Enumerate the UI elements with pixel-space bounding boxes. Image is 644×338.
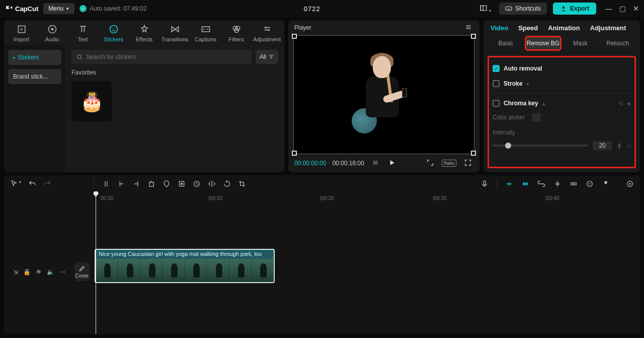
- collapse-tracks-icon[interactable]: ⇲: [13, 268, 18, 276]
- linkage-toggle[interactable]: [537, 180, 545, 188]
- record-voiceover-button[interactable]: [480, 180, 489, 188]
- chroma-key-checkbox[interactable]: [493, 100, 500, 107]
- timeline-zoom-out[interactable]: [570, 180, 578, 188]
- intensity-slider[interactable]: [493, 145, 588, 147]
- captions-icon: [201, 24, 211, 34]
- inspector-tab-video[interactable]: Video: [491, 24, 508, 32]
- inspector-tab-animation[interactable]: Animation: [548, 24, 580, 32]
- color-swatch[interactable]: [532, 113, 541, 122]
- rotate-tool[interactable]: [223, 180, 231, 188]
- tab-stickers[interactable]: Stickers: [100, 23, 127, 43]
- sticker-thumbnail-cake[interactable]: 🎂: [71, 81, 112, 121]
- marker-tool[interactable]: [163, 180, 171, 188]
- chevron-up-icon[interactable]: ▴: [542, 100, 545, 107]
- ratio-button[interactable]: Ratio: [442, 160, 456, 167]
- svg-rect-18: [484, 181, 486, 185]
- crop-tool[interactable]: [238, 180, 246, 188]
- inspector-tab-speed[interactable]: Speed: [518, 24, 538, 32]
- track-height-button[interactable]: [602, 180, 610, 188]
- intensity-value[interactable]: 20: [593, 141, 612, 150]
- fullscreen-button[interactable]: [462, 157, 473, 170]
- search-stickers-input[interactable]: [71, 50, 252, 64]
- chevron-down-icon[interactable]: ▾: [526, 81, 529, 87]
- sidebar-item-stickers[interactable]: ▸ Stickers: [8, 50, 61, 65]
- layout-presets-button[interactable]: ▾: [477, 2, 493, 16]
- tab-captions[interactable]: Captions: [192, 23, 219, 43]
- selection-tool[interactable]: ▾: [10, 180, 21, 188]
- filter-icon: [268, 54, 274, 60]
- track-more-icon[interactable]: ⋯: [59, 268, 65, 276]
- auto-removal-checkbox[interactable]: ✓: [493, 65, 500, 72]
- play-button[interactable]: [386, 157, 397, 170]
- mute-track-icon[interactable]: 🔈: [47, 268, 54, 276]
- keyframe-add-icon[interactable]: ◇: [627, 143, 631, 149]
- subtab-basic[interactable]: Basic: [489, 37, 523, 50]
- undo-button[interactable]: [28, 180, 36, 188]
- preview-axis-toggle[interactable]: [553, 180, 561, 188]
- tab-import[interactable]: Import: [8, 23, 35, 43]
- playhead[interactable]: [96, 192, 96, 334]
- keyframe-icon[interactable]: ◈: [627, 100, 631, 107]
- chevron-down-icon: ▼: [65, 7, 69, 11]
- mirror-tool[interactable]: [208, 180, 216, 188]
- shortcuts-button[interactable]: Shortcuts: [499, 3, 547, 15]
- text-icon: [78, 24, 88, 34]
- tab-audio[interactable]: Audio: [39, 23, 66, 43]
- player-menu-button[interactable]: [463, 22, 473, 34]
- app-name: CapCut: [15, 5, 38, 13]
- filters-icon: [231, 24, 242, 34]
- timeline-ruler[interactable]: 00:00 |00:10 |00:20 |00:30 |00:40: [93, 192, 640, 205]
- intensity-stepper[interactable]: ▲▼: [617, 142, 622, 149]
- timeline-zoom-slider[interactable]: [586, 180, 594, 188]
- toggle-visibility-icon[interactable]: 👁: [36, 268, 42, 276]
- window-minimize-button[interactable]: —: [605, 5, 612, 13]
- window-maximize-button[interactable]: ▢: [619, 5, 626, 13]
- sidebar-item-brand-stickers[interactable]: Brand stick...: [8, 69, 61, 84]
- timeline-zoom-in[interactable]: [626, 180, 634, 188]
- tab-filters[interactable]: Filters: [223, 23, 250, 43]
- player-viewport[interactable]: [293, 35, 474, 154]
- scale-fit-button[interactable]: [425, 157, 436, 170]
- inspector-tab-adjustment[interactable]: Adjustment: [590, 24, 626, 32]
- subtab-remove-bg[interactable]: Remove BG: [526, 37, 560, 50]
- menu-button[interactable]: Menu ▼: [43, 3, 74, 14]
- titlebar: CapCut Menu ▼ Auto saved: 07:49:02 0722 …: [0, 0, 644, 17]
- stroke-checkbox[interactable]: [493, 80, 500, 87]
- cover-button[interactable]: Cover: [74, 262, 90, 281]
- crop-handle-br[interactable]: [471, 151, 476, 156]
- redo-button[interactable]: [43, 180, 51, 188]
- reverse-tool[interactable]: [193, 180, 201, 188]
- trim-left-tool[interactable]: [117, 180, 125, 188]
- reset-icon[interactable]: ⟲: [618, 100, 623, 107]
- export-button[interactable]: Export: [553, 3, 596, 15]
- split-tool[interactable]: [102, 180, 110, 188]
- columns-icon[interactable]: [370, 158, 380, 169]
- slider-knob[interactable]: [505, 143, 511, 149]
- crop-handle-bl[interactable]: [292, 151, 297, 156]
- autosave-status: Auto saved: 07:49:02: [79, 5, 146, 12]
- delete-tool[interactable]: [147, 180, 155, 188]
- remove-bg-options: ✓ Auto removal Stroke ▾ Chroma key ▴ ⟲ ◈…: [488, 56, 636, 168]
- import-icon: [17, 24, 27, 34]
- video-clip[interactable]: Nice young Caucasian girl with yoga mat …: [95, 249, 275, 283]
- tab-effects[interactable]: Effects: [131, 23, 158, 43]
- svg-point-5: [51, 28, 53, 31]
- app-logo: CapCut: [5, 5, 38, 13]
- tab-adjustment[interactable]: Adjustment: [254, 23, 281, 43]
- subtab-retouch[interactable]: Retouch: [601, 37, 635, 50]
- keyboard-icon: [505, 5, 512, 12]
- crop-handle-tl[interactable]: [292, 34, 297, 39]
- lock-track-icon[interactable]: 🔒: [23, 268, 31, 276]
- crop-handle-tr[interactable]: [471, 34, 476, 39]
- track-area[interactable]: 00:00 |00:10 |00:20 |00:30 |00:40 Nice y…: [93, 192, 640, 334]
- auto-snap-toggle[interactable]: [521, 180, 529, 188]
- trim-right-tool[interactable]: [132, 180, 140, 188]
- window-close-button[interactable]: ✕: [633, 5, 639, 13]
- freeze-frame-tool[interactable]: [178, 180, 186, 188]
- subtab-mask[interactable]: Mask: [564, 37, 598, 50]
- tab-text[interactable]: Text: [69, 23, 97, 43]
- tab-transitions[interactable]: Transitions: [162, 23, 189, 43]
- filter-all-button[interactable]: All: [256, 50, 278, 64]
- svg-rect-20: [526, 182, 528, 185]
- magnet-main-track-toggle[interactable]: [505, 180, 513, 188]
